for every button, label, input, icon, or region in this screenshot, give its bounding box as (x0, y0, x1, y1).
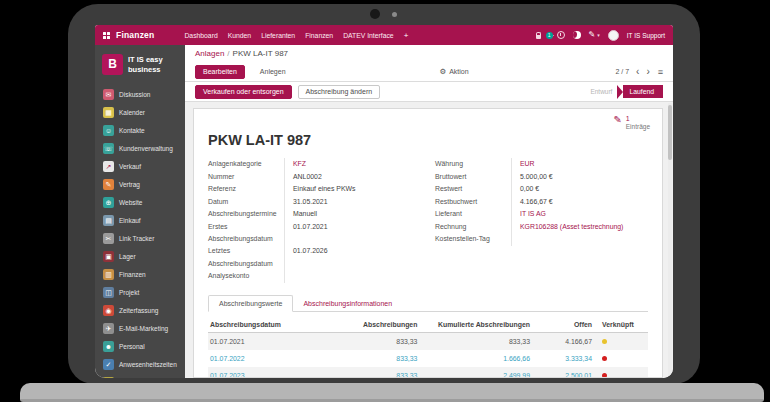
field-value-kostenstellen-tag[interactable] (511, 233, 648, 246)
modify-depreciation-button[interactable]: Abschreibung ändern (298, 85, 381, 99)
tab-abschreibungsinformationen[interactable]: Abschreibungsinformationen (293, 296, 402, 311)
entries-smart-button[interactable]: ✎ 1 Einträge (613, 114, 650, 132)
field-value-lieferant[interactable]: IT IS AG (511, 208, 648, 221)
menu-item-dashboard[interactable]: Dashboard (184, 32, 217, 39)
state-active[interactable]: Laufend (623, 85, 663, 98)
finance-icon: ▥ (103, 269, 114, 280)
hr-icon: ☻ (103, 341, 114, 352)
field-label: Nummer (208, 171, 284, 184)
field-value-erstes-abschreibungsdatum[interactable]: 01.07.2021 (284, 221, 421, 246)
activities-clock-icon[interactable] (557, 31, 565, 39)
menu-item-kunden[interactable]: Kunden (228, 32, 251, 39)
breadcrumb-parent-link[interactable]: Anlagen (195, 49, 224, 58)
field-label: Analysekonto (208, 270, 284, 283)
table-header: Abschreibungsdatum Abschreibungen Kumuli… (208, 318, 648, 333)
sidebar-item-finanzen[interactable]: ▥Finanzen (95, 265, 185, 283)
sidebar-item-anwesenheitszeiten[interactable]: ✓Anwesenheitszeiten (95, 355, 185, 373)
link-tracker-icon: ✂ (103, 233, 114, 244)
avatar[interactable] (608, 30, 619, 41)
apps-grid-icon[interactable] (103, 32, 110, 39)
sidebar: B IT IS easy business ✉Diskussion ▦Kalen… (95, 45, 185, 378)
field-value-datum[interactable]: 31.05.2021 (284, 196, 421, 209)
sidebar-item-einkauf[interactable]: ▤Einkauf (95, 211, 185, 229)
col-offen[interactable]: Offen (530, 321, 592, 328)
content-area: ✎ 1 Einträge PKW LA-IT 987 (185, 102, 673, 378)
table-row[interactable]: 01.07.2023 833,33 2.499,99 2.500,01 (208, 367, 648, 378)
scrollbar-thumb[interactable] (668, 105, 672, 160)
sales-icon: ↗ (103, 161, 114, 172)
topbar-right: 1 ✎ ▾ IT IS Support (536, 30, 665, 41)
state-draft[interactable]: Entwurf (590, 88, 612, 95)
sidebar-item-zeiterfassung[interactable]: ◉Zeiterfassung (95, 301, 185, 319)
sidebar-item-personal[interactable]: ☻Personal (95, 337, 185, 355)
table-row[interactable]: 01.07.2021 833,33 833,33 4.166,67 (208, 333, 648, 350)
col-abschreibungen[interactable]: Abschreibungen (329, 321, 418, 328)
breadcrumb-separator: / (227, 49, 229, 58)
app-name[interactable]: Finanzen (116, 30, 154, 40)
monitor-stand (20, 383, 764, 402)
col-kumulierte-abschreibungen[interactable]: Kumulierte Abschreibungen (417, 321, 530, 328)
col-abschreibungsdatum[interactable]: Abschreibungsdatum (208, 321, 329, 328)
tab-abschreibungswerte[interactable]: Abschreibungswerte (208, 295, 293, 312)
form-sheet: ✎ 1 Einträge PKW LA-IT 987 (193, 108, 663, 378)
view-toggle-icon[interactable]: ≡ (658, 67, 663, 77)
field-grid: AnlagenkategorieKFZ NummerANL0002 Refere… (208, 158, 648, 283)
sidebar-item-kontakte[interactable]: ☺Kontakte (95, 121, 185, 139)
breadcrumb: Anlagen / PKW LA-IT 987 (185, 45, 673, 62)
edit-button[interactable]: Bearbeiten (195, 65, 245, 79)
menu-item-datev-interface[interactable]: DATEV Interface (343, 32, 394, 39)
field-value-bruttowert[interactable]: 5.000,00 € (511, 171, 648, 184)
sidebar-item-lager[interactable]: ▣Lager (95, 247, 185, 265)
field-value-waehrung[interactable]: EUR (511, 158, 648, 171)
calendar-icon: ▦ (103, 107, 114, 118)
sidebar-item-email-marketing[interactable]: ✈E-Mail-Marketing (95, 319, 185, 337)
scrollbar-track[interactable] (668, 103, 672, 378)
inventory-icon: ▣ (103, 251, 114, 262)
top-navbar: Finanzen Dashboard Kunden Lieferanten Fi… (95, 25, 673, 45)
field-value-nummer[interactable]: ANL0002 (284, 171, 421, 184)
field-label: Kostenstellen-Tag (435, 233, 511, 246)
add-menu-icon[interactable]: + (404, 31, 409, 40)
sell-dispose-button[interactable]: Verkaufen oder entsorgen (195, 85, 292, 99)
notebook-tabs: Abschreibungswerte Abschreibungsinformat… (208, 295, 648, 312)
discuss-icon: ✉ (103, 89, 114, 100)
sidebar-item-link-tracker[interactable]: ✂Link Tracker (95, 229, 185, 247)
field-value-restbuchwert[interactable]: 4.166,67 € (511, 196, 648, 209)
breadcrumb-current: PKW LA-IT 987 (233, 49, 288, 58)
field-label: Bruttowert (435, 171, 511, 184)
dark-mode-moon-icon[interactable] (573, 31, 581, 39)
field-value-abschreibungstermine[interactable]: Manuell (284, 208, 421, 221)
col-verknuepft[interactable]: Verknüpft (592, 321, 648, 328)
field-value-restwert[interactable]: 0,00 € (511, 183, 648, 196)
field-value-referenz[interactable]: Einkauf eines PKWs (284, 183, 421, 196)
table-row[interactable]: 01.07.2022 833,33 1.666,66 3.333,34 (208, 350, 648, 367)
lock-icon[interactable] (536, 35, 541, 39)
action-menu-button[interactable]: ⚙ Aktion (439, 67, 468, 76)
sidebar-item-vertrag[interactable]: ✎Vertrag (95, 175, 185, 193)
field-label: Restwert (435, 183, 511, 196)
main-area: Anlagen / PKW LA-IT 987 Bearbeiten Anleg… (185, 45, 673, 378)
sidebar-logo[interactable]: B IT IS easy business (95, 45, 185, 85)
pager-prev-icon[interactable]: ‹ (636, 67, 639, 77)
control-bar: Bearbeiten Anlegen ⚙ Aktion 2 / 7 ‹ › ≡ (185, 62, 673, 82)
field-value-letztes-abschreibungsdatum[interactable]: 01.07.2026 (284, 245, 421, 270)
sidebar-item-kalender[interactable]: ▦Kalender (95, 103, 185, 121)
pager-next-icon[interactable]: › (646, 67, 649, 77)
sidebar-item-website[interactable]: ⊕Website (95, 193, 185, 211)
field-value-analysekonto[interactable] (284, 270, 421, 283)
edit-tools-button[interactable]: ✎ ▾ (589, 31, 600, 39)
create-button[interactable]: Anlegen (253, 66, 293, 78)
sidebar-item-abwesenheitszeiten[interactable]: ☼Abwesenheitszeiten (95, 373, 185, 378)
pager: 2 / 7 ‹ › (615, 67, 649, 77)
field-value-anlagenkategorie[interactable]: KFZ (284, 158, 421, 171)
menu-item-lieferanten[interactable]: Lieferanten (261, 32, 295, 39)
brand-logo-icon: B (102, 54, 123, 75)
sidebar-item-diskussion[interactable]: ✉Diskussion (95, 85, 185, 103)
menu-item-finanzen[interactable]: Finanzen (305, 32, 333, 39)
field-value-rechnung[interactable]: KGR106288 (Asset testrechnung) (511, 221, 648, 234)
sidebar-item-projekt[interactable]: ◫Projekt (95, 283, 185, 301)
user-menu[interactable]: IT IS Support (627, 32, 665, 39)
sidebar-item-kundenverwaltung[interactable]: ☏Kundenverwaltung (95, 139, 185, 157)
pager-value: 2 / 7 (615, 68, 629, 75)
sidebar-item-verkauf[interactable]: ↗Verkauf (95, 157, 185, 175)
